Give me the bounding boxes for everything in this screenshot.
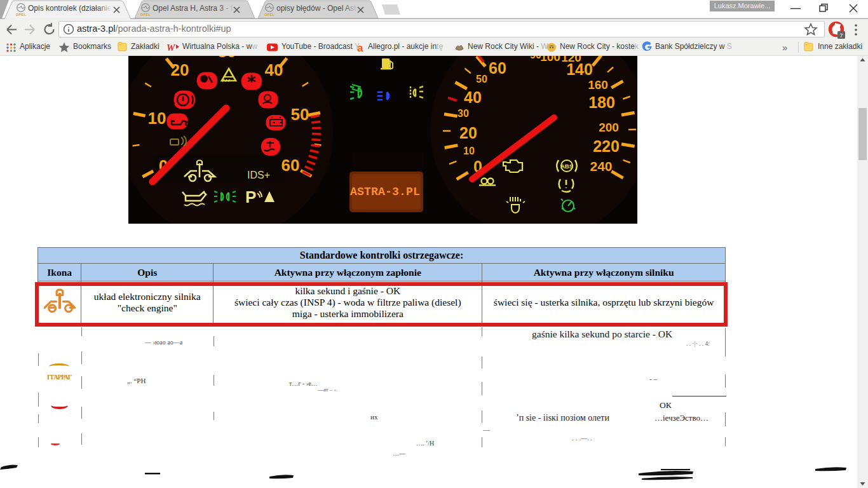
svg-text:20: 20: [459, 124, 477, 142]
svg-text:60: 60: [489, 59, 506, 77]
svg-text:W: W: [166, 43, 176, 53]
svg-text:40: 40: [464, 88, 482, 106]
svg-text:180: 180: [588, 93, 615, 111]
svg-text:7: 7: [839, 32, 843, 39]
svg-text:50: 50: [476, 74, 487, 85]
svg-text:ASTRA-3.PL: ASTRA-3.PL: [350, 186, 420, 198]
svg-text:240: 240: [590, 159, 612, 173]
svg-text:60: 60: [281, 156, 300, 175]
svg-text:100: 100: [540, 56, 560, 64]
svg-text:ABS: ABS: [560, 163, 573, 170]
svg-text:220: 220: [593, 137, 620, 155]
svg-text:160: 160: [588, 78, 608, 92]
svg-text:50: 50: [291, 105, 309, 124]
svg-text:40: 40: [265, 60, 283, 79]
svg-text:90: 90: [530, 56, 541, 60]
svg-text:P: P: [245, 187, 256, 207]
svg-text:20: 20: [171, 60, 189, 79]
svg-text:»: »: [782, 42, 787, 53]
svg-text:10: 10: [148, 109, 166, 128]
svg-text:30: 30: [218, 56, 236, 61]
svg-text:10: 10: [463, 146, 475, 156]
svg-text:200: 200: [599, 121, 619, 134]
svg-text:IDS+: IDS+: [247, 170, 270, 180]
svg-text:140: 140: [566, 60, 593, 78]
svg-text:30: 30: [458, 108, 469, 119]
